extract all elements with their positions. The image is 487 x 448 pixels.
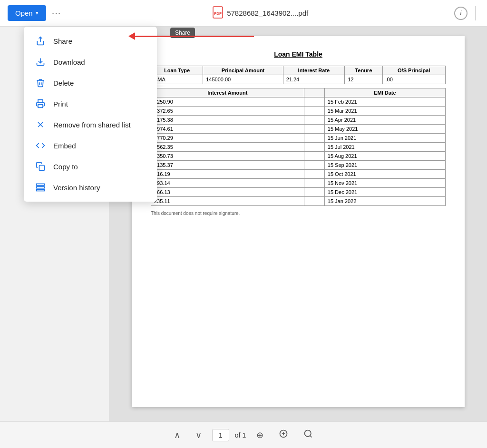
filename-label: 57828682_1643902....pdf bbox=[227, 9, 308, 17]
col-principal: Principal Amount bbox=[203, 66, 283, 75]
cell-date: 15 Feb 2021 bbox=[324, 97, 445, 107]
svg-rect-8 bbox=[37, 189, 45, 191]
emi-detail-table: Interest Amount EMI Date 3250.9015 Feb 2… bbox=[151, 88, 446, 206]
version-history-label: Version history bbox=[53, 184, 100, 192]
table-row: 1562.3515 Jul 2021 bbox=[151, 143, 446, 152]
table-row: 916.1915 Oct 2021 bbox=[151, 170, 446, 179]
zoom-in-button[interactable]: ⊕ bbox=[252, 427, 268, 443]
zoom-search-button[interactable] bbox=[299, 426, 318, 444]
col-os-principal: O/S Principal bbox=[382, 66, 445, 75]
print-label: Print bbox=[53, 100, 68, 108]
col-interest-rate: Interest Rate bbox=[283, 66, 344, 75]
table-row: 466.1315 Dec 2021 bbox=[151, 188, 446, 197]
col-tenure: Tenure bbox=[345, 66, 382, 75]
pdf-note: This document does not require signature… bbox=[151, 211, 446, 216]
delete-label: Delete bbox=[53, 79, 74, 87]
page-number-input[interactable]: 1 bbox=[212, 429, 229, 441]
svg-rect-2 bbox=[38, 105, 43, 108]
delete-icon bbox=[35, 78, 46, 88]
cell-principal-amount: 145000.00 bbox=[203, 75, 283, 84]
svg-rect-5 bbox=[39, 166, 45, 171]
col-empty bbox=[304, 88, 324, 97]
table-row: 3250.9015 Feb 2021 bbox=[151, 97, 446, 107]
table-row: 2175.3815 Apr 2021 bbox=[151, 116, 446, 125]
menu-item-delete[interactable]: Delete bbox=[24, 72, 157, 93]
red-arrow-annotation bbox=[128, 32, 254, 40]
col-interest-amount: Interest Amount bbox=[151, 88, 304, 97]
svg-rect-6 bbox=[37, 184, 45, 185]
table-row: 235.1115 Jan 2022 bbox=[151, 197, 446, 206]
table-row: 1350.7315 Aug 2021 bbox=[151, 152, 446, 161]
pdf-file-icon: PDF bbox=[213, 6, 223, 20]
table-row: 1770.2915 Jun 2021 bbox=[151, 134, 446, 143]
download-icon bbox=[35, 57, 46, 67]
svg-text:PDF: PDF bbox=[214, 11, 222, 16]
download-label: Download bbox=[53, 58, 85, 66]
topbar-divider bbox=[475, 6, 476, 20]
svg-line-13 bbox=[310, 436, 312, 438]
table-row: 1974.6115 May 2021 bbox=[151, 125, 446, 134]
arrow-head bbox=[128, 32, 135, 40]
print-icon bbox=[35, 99, 46, 108]
open-chevron-icon: ▾ bbox=[36, 10, 39, 16]
table-row: 2372.6515 Mar 2021 bbox=[151, 107, 446, 116]
col-loan-type: Loan Type bbox=[151, 66, 203, 75]
cell-tenure: 12 bbox=[345, 75, 382, 84]
remove-shared-label: Remove from shared list bbox=[53, 121, 131, 129]
info-button[interactable]: i bbox=[454, 7, 468, 20]
arrow-line bbox=[135, 36, 254, 37]
table-row: 693.1415 Nov 2021 bbox=[151, 179, 446, 188]
open-button[interactable]: Open ▾ bbox=[8, 5, 46, 21]
menu-item-embed[interactable]: Embed bbox=[24, 135, 157, 156]
col-emi-date: EMI Date bbox=[324, 88, 445, 97]
menu-item-version-history[interactable]: Version history bbox=[24, 177, 157, 198]
open-label: Open bbox=[15, 9, 33, 17]
more-options-button[interactable]: ··· bbox=[46, 4, 67, 22]
pdf-page: Loan EMI Table Loan Type Principal Amoun… bbox=[132, 36, 465, 407]
cell-interest: 3250.90 bbox=[151, 97, 304, 107]
bottombar: ∧ ∨ 1 of 1 ⊕ bbox=[0, 421, 487, 448]
menu-item-download[interactable]: Download bbox=[24, 51, 157, 72]
page-total-label: of 1 bbox=[235, 431, 246, 439]
menu-item-copy-to[interactable]: Copy to bbox=[24, 156, 157, 177]
cell-interest-rate: 21.24 bbox=[283, 75, 344, 84]
loan-table-header: Loan Type Principal Amount Interest Rate… bbox=[151, 66, 446, 84]
embed-icon bbox=[35, 141, 46, 150]
table-row: SMA 145000.00 21.24 12 .00 bbox=[151, 75, 446, 84]
table-row: 1135.3715 Sep 2021 bbox=[151, 161, 446, 170]
next-page-button[interactable]: ∨ bbox=[191, 427, 206, 443]
menu-item-remove-shared[interactable]: Remove from shared list bbox=[24, 114, 157, 135]
embed-label: Embed bbox=[53, 142, 76, 150]
zoom-fit-button[interactable] bbox=[274, 426, 293, 444]
share-icon bbox=[35, 36, 46, 46]
menu-item-print[interactable]: Print bbox=[24, 93, 157, 114]
info-icon: i bbox=[460, 10, 462, 17]
share-label: Share bbox=[53, 37, 72, 45]
svg-point-12 bbox=[305, 430, 311, 437]
copy-to-label: Copy to bbox=[53, 163, 78, 171]
version-icon bbox=[35, 183, 46, 192]
topbar-right: i bbox=[454, 6, 479, 20]
topbar-center: PDF 57828682_1643902....pdf bbox=[67, 6, 454, 20]
copy-icon bbox=[35, 162, 46, 171]
topbar: Open ▾ ··· PDF 57828682_1643902....pdf i bbox=[0, 0, 487, 27]
cell-loan-type: SMA bbox=[151, 75, 203, 84]
dropdown-menu: Share Share Download Delete Pri bbox=[24, 27, 157, 202]
cell-os-principal: .00 bbox=[382, 75, 445, 84]
pdf-viewer: Loan EMI Table Loan Type Principal Amoun… bbox=[109, 27, 487, 421]
svg-rect-7 bbox=[37, 186, 45, 188]
remove-icon bbox=[35, 120, 46, 129]
pdf-title: Loan EMI Table bbox=[151, 50, 446, 58]
prev-page-button[interactable]: ∧ bbox=[169, 427, 185, 443]
